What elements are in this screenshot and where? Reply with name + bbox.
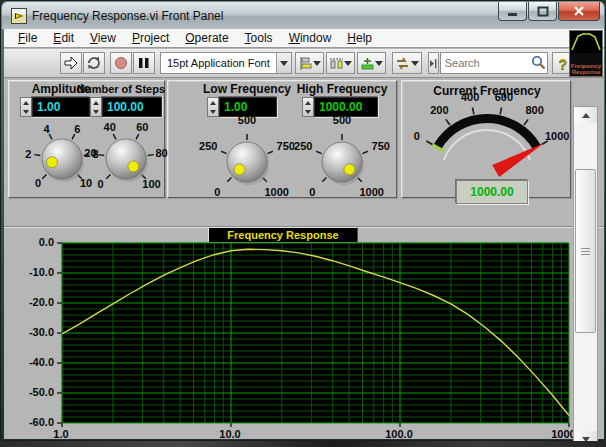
chevron-down-icon [313, 61, 321, 66]
vi-icon[interactable]: Frequency Response [569, 30, 603, 77]
search-input[interactable] [441, 57, 530, 69]
decrement-icon [210, 110, 216, 114]
waveform-graph [61, 242, 568, 422]
high-frequency-spinner[interactable] [302, 97, 314, 117]
chevron-down-icon [344, 61, 352, 66]
help-glyph: ? [558, 55, 567, 72]
increment-icon [93, 101, 99, 105]
y-tick-label: -60.0 [16, 416, 54, 428]
decrement-icon [23, 110, 29, 114]
y-tick-label: -20.0 [16, 296, 54, 308]
collapse-search-button[interactable] [428, 52, 439, 74]
pause-button[interactable] [133, 52, 155, 74]
font-selector-dropdown[interactable] [276, 53, 291, 73]
abort-button[interactable] [110, 52, 132, 74]
vi-icon-caption: Frequency Response [570, 63, 602, 75]
search-box[interactable] [440, 52, 548, 74]
maximize-button[interactable] [528, 2, 557, 21]
toolbar: 15pt Application Font [4, 49, 604, 78]
x-tick-label: 1.0 [37, 428, 85, 440]
front-panel: Amplitude 1.00 Number of Steps 100.00 Lo… [4, 78, 604, 439]
y-tick-label: -40.0 [16, 356, 54, 368]
window-frame: Frequency Response.vi Front Panel FileEd… [0, 0, 606, 441]
window-content: FileEditViewProjectOperateToolsWindowHel… [4, 29, 604, 439]
distribute-objects-button[interactable] [326, 52, 355, 74]
number-of-steps-spinner[interactable] [90, 97, 102, 117]
run-continuously-button[interactable] [83, 52, 105, 74]
labview-app-icon [11, 8, 27, 24]
number-of-steps-display[interactable]: 100.00 [90, 97, 162, 117]
increment-icon [210, 101, 216, 105]
low-frequency-spinner[interactable] [207, 97, 219, 117]
resize-objects-button[interactable] [357, 52, 386, 74]
amplitude-display[interactable]: 1.00 [20, 97, 90, 117]
menu-operate[interactable]: Operate [177, 29, 236, 47]
menu-file[interactable]: File [10, 29, 45, 47]
search-icon [530, 55, 547, 71]
y-tick-label: 0.0 [16, 236, 54, 248]
chevron-down-icon [280, 61, 288, 66]
close-button[interactable] [558, 2, 600, 21]
number-of-steps-label: Number of Steps [69, 83, 173, 95]
y-tick-label: -50.0 [16, 386, 54, 398]
high-frequency-value[interactable]: 1000.00 [314, 97, 378, 117]
menu-window[interactable]: Window [281, 29, 340, 47]
decrement-icon [93, 110, 99, 114]
menu-tools[interactable]: Tools [237, 29, 281, 47]
menu-view[interactable]: View [82, 29, 124, 47]
chevron-down-icon [411, 61, 419, 66]
window-title: Frequency Response.vi Front Panel [32, 9, 223, 23]
screenshot-root: Frequency Response.vi Front Panel FileEd… [0, 0, 606, 447]
amplitude-value[interactable]: 1.00 [32, 97, 90, 117]
chevron-down-icon [375, 61, 383, 66]
vertical-scrollbar[interactable] [573, 106, 598, 447]
y-tick-label: -10.0 [16, 266, 54, 278]
low-frequency-label: Low Frequency [197, 82, 297, 96]
x-tick-label: 10.0 [206, 428, 254, 440]
titlebar[interactable]: Frequency Response.vi Front Panel [2, 2, 604, 29]
high-frequency-label: High Frequency [292, 82, 392, 96]
scroll-up-button[interactable] [574, 107, 597, 123]
x-tick-label: 100.0 [375, 428, 423, 440]
plot-canvas [62, 243, 569, 423]
high-frequency-display[interactable]: 1000.00 [302, 97, 378, 117]
increment-icon [305, 101, 311, 105]
run-button[interactable] [60, 52, 82, 74]
bandpass-curve-icon [570, 31, 602, 53]
low-frequency-display[interactable]: 1.00 [207, 97, 277, 117]
current-frequency-value: 1000.00 [456, 180, 528, 204]
desktop-background-strip [0, 441, 606, 447]
font-selector[interactable]: 15pt Application Font [160, 52, 292, 74]
vertical-scroll-thumb[interactable] [575, 169, 596, 333]
menu-edit[interactable]: Edit [45, 29, 82, 47]
number-of-steps-value[interactable]: 100.00 [102, 97, 162, 117]
menubar: FileEditViewProjectOperateToolsWindowHel… [4, 29, 604, 48]
decrement-icon [305, 110, 311, 114]
minimize-button[interactable] [498, 2, 527, 21]
increment-icon [23, 101, 29, 105]
menu-help[interactable]: Help [339, 29, 380, 47]
low-frequency-value[interactable]: 1.00 [219, 97, 277, 117]
amplitude-spinner[interactable] [20, 97, 32, 117]
reorder-button[interactable] [392, 52, 422, 74]
align-objects-button[interactable] [295, 52, 324, 74]
arrow-up-icon [582, 113, 590, 118]
y-tick-label: -30.0 [16, 326, 54, 338]
menu-project[interactable]: Project [124, 29, 177, 47]
font-selector-value: 15pt Application Font [161, 57, 276, 69]
current-frequency-label: Current Frequency [417, 84, 557, 98]
